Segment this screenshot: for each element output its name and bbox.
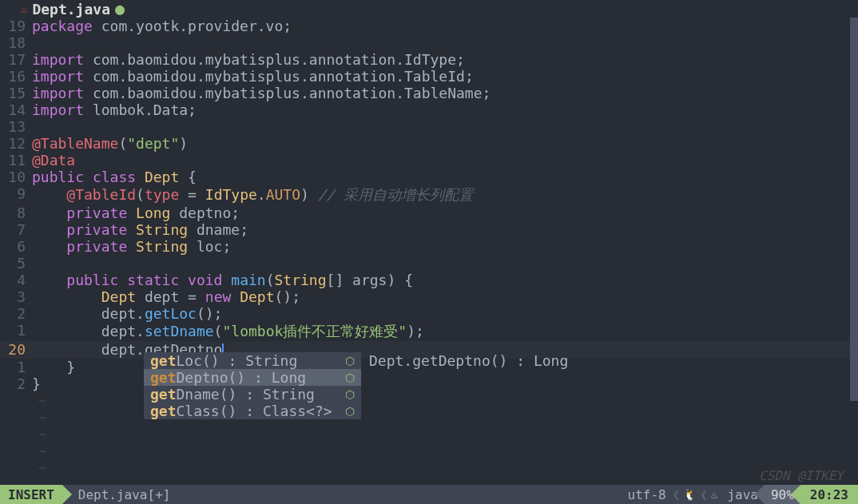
line-number: 6 — [0, 238, 32, 255]
completion-item[interactable]: getDeptno() : Long⬡ — [144, 369, 361, 386]
empty-line: ~ — [0, 459, 858, 476]
line-number: 4 — [0, 272, 32, 288]
tab-bar: ♨ Dept.java ● — [0, 0, 858, 18]
code-line[interactable]: 15import com.baomidou.mybatisplus.annota… — [0, 85, 858, 101]
line-number: 20 — [0, 341, 32, 359]
completion-item[interactable]: getLoc() : String⬡ — [144, 352, 361, 369]
code-line[interactable]: 11@Data — [0, 152, 858, 169]
line-number: 5 — [0, 255, 32, 272]
code-line[interactable]: 12@TableName("dept") — [0, 135, 858, 152]
completion-signature: Dept.getDeptno() : Long — [363, 352, 574, 369]
completion-item[interactable]: getClass() : Class<?>⬡ — [144, 403, 361, 419]
empty-line: ~ — [0, 426, 858, 442]
code-line[interactable]: 10public class Dept { — [0, 169, 858, 185]
code-line[interactable]: 3 Dept dept = new Dept(); — [0, 288, 858, 305]
line-number: 15 — [0, 85, 32, 101]
line-number: 2 — [0, 375, 32, 392]
code-line[interactable]: 6 private String loc; — [0, 238, 858, 255]
code-line[interactable]: 16import com.baomidou.mybatisplus.annota… — [0, 68, 858, 85]
line-number: 11 — [0, 152, 32, 169]
line-number: 2 — [0, 305, 32, 322]
line-number: 19 — [0, 18, 32, 34]
method-kind-icon: ⬡ — [332, 405, 355, 418]
line-number: 13 — [0, 118, 32, 135]
line-number: 3 — [0, 288, 32, 305]
code-line[interactable]: 9 @TableId(type = IdType.AUTO) // 采用自动增长… — [0, 185, 858, 204]
editor-scrollbar[interactable] — [850, 18, 858, 401]
line-number: 16 — [0, 68, 32, 85]
line-number: 7 — [0, 221, 32, 238]
status-filename: Dept.java[+] — [62, 487, 171, 502]
chevron-left-icon: ❮ — [673, 487, 681, 502]
completion-popup[interactable]: getLoc() : String⬡getDeptno() : Long⬡get… — [144, 352, 361, 419]
code-line[interactable]: 17import com.baomidou.mybatisplus.annota… — [0, 51, 858, 68]
empty-line: ~ — [0, 409, 858, 426]
completion-item[interactable]: getDname() : String⬡ — [144, 386, 361, 403]
tux-icon: 🐧 — [680, 488, 700, 501]
scrollbar-thumb[interactable] — [850, 18, 858, 401]
code-line[interactable]: 14import lombok.Data; — [0, 101, 858, 118]
method-kind-icon: ⬡ — [332, 355, 355, 367]
java-file-icon: ♨ — [21, 2, 27, 15]
statusline: INSERT Dept.java[+] utf-8 ❮ 🐧 ❮ ♨ java 9… — [0, 485, 858, 504]
line-number: 18 — [0, 34, 32, 51]
line-number: 10 — [0, 169, 32, 185]
tab-filename[interactable]: Dept.java — [32, 1, 110, 18]
code-line[interactable]: 2} — [0, 375, 858, 392]
line-number: 1 — [0, 322, 32, 341]
code-line[interactable]: 13 — [0, 118, 858, 135]
line-number: 8 — [0, 204, 32, 221]
code-editor[interactable]: 19package com.yootk.provider.vo;1817impo… — [0, 18, 858, 476]
code-line[interactable]: 19package com.yootk.provider.vo; — [0, 18, 858, 34]
method-kind-icon: ⬡ — [332, 371, 355, 384]
chevron-left-icon: ❮ — [700, 487, 708, 502]
line-number: 14 — [0, 101, 32, 118]
method-kind-icon: ⬡ — [332, 388, 355, 401]
status-position: 20:23 — [800, 485, 858, 504]
empty-line: ~ — [0, 392, 858, 409]
code-line[interactable]: 7 private String dname; — [0, 221, 858, 238]
code-line[interactable]: 4 public static void main(String[] args)… — [0, 272, 858, 288]
status-encoding: utf-8 — [622, 487, 673, 502]
line-number: 12 — [0, 135, 32, 152]
modified-indicator-icon: ● — [115, 0, 125, 18]
watermark: CSDN @ITKEY — [759, 468, 844, 483]
empty-line: ~ — [0, 442, 858, 459]
code-line[interactable]: 8 private Long deptno; — [0, 204, 858, 221]
line-number: 17 — [0, 51, 32, 68]
mode-indicator: INSERT — [0, 485, 62, 504]
java-icon: ♨ — [708, 488, 721, 501]
code-line[interactable]: 2 dept.getLoc(); — [0, 305, 858, 322]
code-line[interactable]: 1 dept.setDname("lombok插件不正常好难受"); — [0, 322, 858, 341]
code-line[interactable]: 5 — [0, 255, 858, 272]
code-line[interactable]: 18 — [0, 34, 858, 51]
line-number: 9 — [0, 185, 32, 204]
line-number: 1 — [0, 359, 32, 375]
